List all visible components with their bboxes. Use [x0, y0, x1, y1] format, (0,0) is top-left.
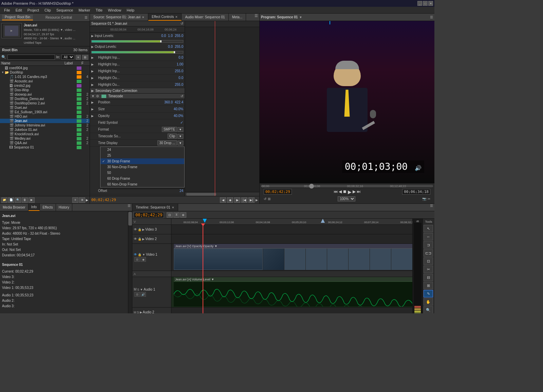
ripple-edit-btn[interactable]: ⊐ [424, 241, 433, 249]
scroll-right-effect[interactable]: ▶ [256, 198, 258, 202]
dd-60-non-drop[interactable]: 60 Non-Drop Frame [100, 181, 184, 187]
file-item[interactable]: 🎬 KnockKnock.avi [0, 132, 90, 136]
panel-menu-effect[interactable]: ☰ [253, 14, 259, 21]
scroll-right-btn[interactable]: ▶ [86, 198, 88, 202]
pen-btn[interactable]: ✎ [424, 290, 433, 297]
add-keyframe-btn[interactable]: ◆ [227, 197, 233, 203]
a1-solo-btn[interactable]: S [137, 288, 139, 291]
audio1-track[interactable]: Jean.avi [A] Volume:Level ▼ [171, 277, 412, 308]
minimize-btn[interactable]: _ [417, 1, 422, 6]
meta-tab[interactable]: Meta... [229, 14, 246, 21]
loop-btn[interactable]: ↺ [264, 197, 266, 201]
menu-window[interactable]: Window [105, 7, 124, 13]
selection-tool-btn[interactable]: ↖ [424, 225, 433, 232]
file-item[interactable]: ▼ 📂 DooWop [0, 70, 90, 75]
dd-60-drop[interactable]: 60 Drop Frame [100, 176, 184, 181]
effect-hscroll[interactable] [185, 192, 259, 196]
go-to-start-btn[interactable]: ⏮ [334, 189, 338, 195]
menu-marker[interactable]: Marker [76, 7, 93, 13]
source-dropdown-arrow[interactable]: ▼ [177, 134, 183, 139]
a1-mute-btn[interactable]: M [134, 288, 136, 291]
slip-btn[interactable]: ⊟ [424, 274, 433, 281]
rate-stretch-btn[interactable]: ⊡ [424, 257, 433, 265]
program-current-time[interactable]: 00;02;42;29 [264, 189, 292, 195]
audio-mixer-tab[interactable]: Audio Mixer: Sequence 01 [182, 14, 228, 21]
menu-project[interactable]: Project [25, 7, 42, 13]
dd-30-drop[interactable]: 30 Drop Frame [100, 158, 184, 164]
v1-sync-btn[interactable]: ⊡ [134, 257, 140, 262]
find-btn[interactable]: 🔍 [15, 197, 21, 203]
list-view-btn[interactable]: ≡ [76, 55, 81, 60]
video3-track[interactable] [171, 225, 412, 234]
file-item[interactable]: 🎬 Doo-Wop [0, 88, 90, 92]
timecode-reset-btn[interactable]: ↺ [181, 94, 183, 98]
menu-title[interactable]: Title [93, 7, 105, 13]
a1-sync-btn[interactable]: ⊡ [134, 292, 140, 297]
file-item[interactable]: 🎞 Sequence 01 [0, 145, 90, 150]
v1-lock-btn[interactable]: 🔒 [138, 253, 142, 256]
time-display-dropdown-arrow[interactable]: ▼ [177, 141, 183, 145]
prev-keyframe-btn[interactable]: ◀ [220, 197, 226, 203]
v3-expand-btn[interactable]: ▶ [142, 228, 145, 231]
source-tab[interactable]: Source: Sequence 01: Jean.avi ✕ [90, 14, 148, 21]
zoom-select[interactable]: 100% [338, 196, 355, 201]
v2-visibility-btn[interactable]: 👁 [134, 237, 137, 241]
dd-50[interactable]: 50 [100, 170, 184, 176]
project-tab[interactable]: Project: Root Bin [2, 15, 33, 20]
next-keyframe-btn[interactable]: ▶ [234, 197, 240, 203]
menu-sequence[interactable]: Sequence [54, 7, 76, 13]
maximize-btn[interactable]: □ [423, 1, 428, 6]
icon-view-btn[interactable]: ⊞ [82, 55, 88, 60]
v2-lock-btn[interactable]: 🔒 [138, 237, 142, 241]
file-item[interactable]: 🎬 HBO.avi 2 [0, 114, 90, 119]
sequence-tab[interactable]: Timeline: Sequence 01 ✕ [132, 204, 178, 211]
tl-timecode[interactable]: 00;02;42;29 [134, 212, 164, 218]
dd-30-non-drop[interactable]: 30 Non-Drop Frame [100, 164, 184, 170]
reset-btn[interactable]: ↺ [181, 22, 183, 25]
out-marker[interactable] [321, 219, 325, 223]
razor-btn[interactable]: ✂ [424, 266, 433, 273]
rolling-edit-btn[interactable]: ⊏⊐ [424, 249, 433, 257]
timeline-panel-menu[interactable]: ☰ [429, 204, 434, 211]
step-fwd-btn[interactable]: ▶ [353, 189, 356, 195]
hand-btn[interactable]: ✋ [424, 298, 433, 306]
file-item[interactable]: 🖼 crests2.jpg [0, 83, 90, 88]
menu-clip[interactable]: Clip [42, 7, 54, 13]
file-item[interactable]: 🎬 Ed_Sullivan_1969.avi [0, 110, 90, 114]
stop-btn[interactable]: ⏹ [343, 189, 347, 195]
go-to-end-btn[interactable]: ⏭ [357, 189, 361, 195]
file-item[interactable]: 🎬 Q&A.avi 2 [0, 141, 90, 145]
in-marker[interactable] [203, 219, 207, 223]
menu-file[interactable]: File [1, 7, 13, 13]
play-btn[interactable]: ▶ [348, 189, 352, 195]
go-end-btn[interactable]: ▶| [248, 197, 255, 203]
file-item[interactable]: 🎬 Jukebox 01.avi 2 [0, 128, 90, 132]
menu-help[interactable]: Help [124, 7, 137, 13]
v1-visibility-btn[interactable]: 👁 [134, 253, 137, 256]
v2-expand-btn[interactable]: ▶ [142, 237, 145, 241]
automate-btn[interactable]: ▶ [29, 197, 35, 203]
file-item[interactable]: 🎬 Duet.avi [0, 105, 90, 110]
input-slider-thumb[interactable] [160, 40, 162, 43]
file-item[interactable]: 🎬 DooWopDemo 2.avi 2 [0, 101, 90, 105]
audio2-track[interactable] [171, 308, 412, 313]
effect-tab-close[interactable]: ✕ [175, 15, 178, 19]
info-scrollbar[interactable] [128, 211, 132, 313]
file-item[interactable]: 🎬 doowop.avi 2 [0, 92, 90, 97]
export-frame-btn[interactable]: 📷 [422, 197, 426, 201]
trim-btn[interactable]: ✂ [428, 197, 430, 201]
tl-snap-btn[interactable]: ⊕ [180, 212, 186, 218]
safe-zones-btn[interactable]: ⊞ [268, 197, 270, 201]
resource-central-btn[interactable]: Resource Central [45, 16, 72, 19]
menu-edit[interactable]: Edit [13, 7, 25, 13]
file-item[interactable]: 🖼 coed904.jpg [0, 66, 90, 70]
close-btn[interactable]: ✕ [428, 1, 433, 6]
tl-fit-btn[interactable]: ⊡ [167, 212, 173, 218]
a1-vol-btn[interactable]: 🔊 [141, 292, 146, 297]
search-input[interactable] [7, 55, 55, 60]
timeline-ruler[interactable]: 00;02;08;04 00;03;12;06 00;04;16;08 00;0… [171, 219, 412, 225]
video1-track[interactable]: Jean.avi [V] Opacity:Opacity ▼ [171, 244, 412, 271]
dd-24[interactable]: 24 [100, 147, 184, 153]
program-panel-menu[interactable]: ☰ [430, 15, 433, 19]
file-item[interactable]: 🎬 Acoustic.avi [0, 79, 90, 83]
